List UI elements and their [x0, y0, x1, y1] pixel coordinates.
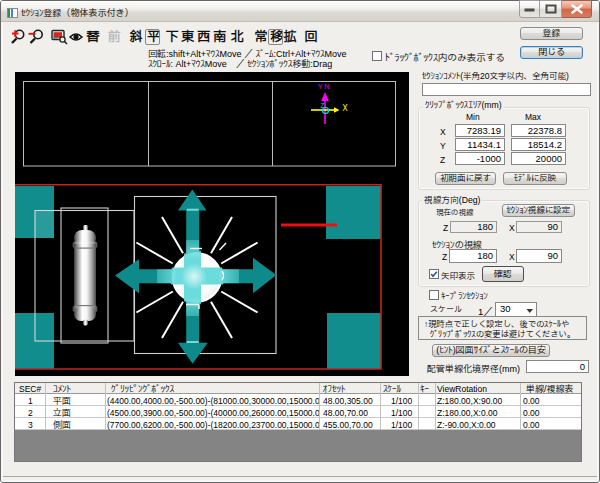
svg-text:X: X: [343, 103, 348, 115]
svg-text:Y N: Y N: [318, 82, 329, 92]
svg-text:Z: Z: [321, 101, 325, 111]
